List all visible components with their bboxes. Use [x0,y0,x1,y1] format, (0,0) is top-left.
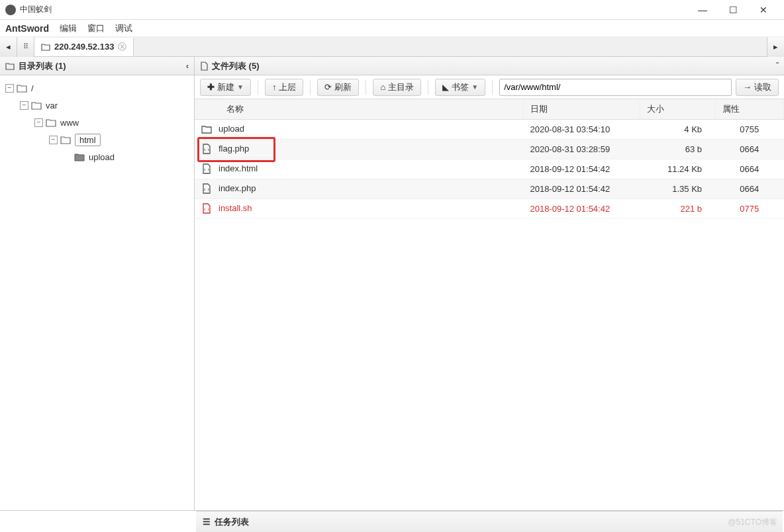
file-table: 名称 日期 大小 属性 upload2020-08-31 03:54:104 K… [195,99,784,510]
list-icon: ☰ [203,517,211,527]
separator [428,80,428,95]
new-button[interactable]: ✚ 新建 ▼ [200,79,251,96]
refresh-icon: ⟳ [324,82,332,92]
separator [366,80,366,95]
plus-icon: ✚ [207,82,215,92]
read-button[interactable]: → 读取 [736,79,779,96]
file-toolbar: ✚ 新建 ▼ ↑ 上层 ⟳ 刷新 ⌂ 主目录 ◣ 书签 [195,75,784,99]
folder-icon [46,118,56,127]
up-button[interactable]: ↑ 上层 [265,79,304,96]
chevron-down-icon: ▼ [237,83,244,91]
tree-label: html [79,135,96,145]
main: 目录列表 (1) ‹ − / − var − www − html [0,57,784,511]
tab-prev-button[interactable]: ◂ [0,37,17,57]
tree-node-upload[interactable]: upload [3,148,191,165]
watermark: @51CTO博客 [728,517,777,528]
col-attr[interactable]: 属性 [715,99,783,119]
code-icon [201,163,212,174]
table-row[interactable]: flag.php2020-08-31 03:28:5963 b0664 [195,139,784,159]
dir-list-header: 目录列表 (1) ‹ [0,57,194,75]
tree-label: / [31,83,34,93]
script-icon [201,203,212,214]
tree-toggle-icon[interactable]: − [5,84,14,93]
col-date[interactable]: 日期 [523,99,640,119]
tree-label: var [46,101,58,111]
folder-icon [60,136,71,144]
tree-label: www [60,118,79,128]
app-icon [5,5,16,15]
tree-node-root[interactable]: − / [3,79,191,97]
refresh-button[interactable]: ⟳ 刷新 [317,79,359,96]
folder-icon [74,153,85,161]
menu-window[interactable]: 窗口 [87,22,105,34]
table-row[interactable]: install.sh2018-09-12 01:54:42221 b0775 [195,199,784,218]
path-input[interactable] [499,79,732,96]
tree-node-www[interactable]: − www [3,114,191,131]
folder-icon [41,43,50,51]
col-name[interactable]: 名称 [195,99,523,119]
tab-close-icon[interactable]: ⓧ [118,41,126,53]
window-title: 中国蚁剑 [20,4,687,15]
col-size[interactable]: 大小 [640,99,715,119]
folder-icon [31,101,42,110]
folder-icon [201,125,212,134]
tab-label: 220.249.52.133 [54,42,114,52]
taskbar[interactable]: ☰ 任务列表 [196,511,783,532]
tab-next-button[interactable]: ▸ [767,37,784,57]
chevron-down-icon: ▼ [471,83,478,91]
tree-toggle-icon[interactable]: − [20,101,28,110]
arrow-right-icon: → [743,82,752,92]
home-button[interactable]: ⌂ 主目录 [373,79,421,96]
separator [258,80,258,95]
bookmark-icon: ◣ [442,82,449,92]
menubar: AntSword 编辑 窗口 调试 [0,20,784,37]
right-panel: 文件列表 (5) ˆ ✚ 新建 ▼ ↑ 上层 ⟳ 刷新 ⌂ 主目录 [195,57,784,510]
window-controls: — ☐ ✕ [687,5,779,15]
close-button[interactable]: ✕ [748,5,779,15]
left-panel: 目录列表 (1) ‹ − / − var − www − html [0,57,195,510]
arrow-up-icon: ↑ [272,82,277,92]
collapse-right-icon[interactable]: ˆ [776,61,779,71]
code-icon [201,144,212,154]
titlebar: 中国蚁剑 — ☐ ✕ [0,0,784,20]
table-row[interactable]: upload2020-08-31 03:54:104 Kb0755 [195,119,784,139]
separator [310,80,311,95]
minimize-button[interactable]: — [687,5,718,15]
file-list-title: 文件列表 (5) [212,60,260,72]
folder-icon [5,62,15,70]
home-icon: ⌂ [380,82,385,92]
tree-node-html[interactable]: − html [3,131,191,148]
tree-toggle-icon[interactable]: − [49,136,58,144]
tab-active[interactable]: 220.249.52.133 ⓧ [34,38,134,56]
separator [492,80,493,95]
menu-debug[interactable]: 调试 [115,22,132,34]
brand-menu[interactable]: AntSword [5,23,49,34]
tree-label: upload [89,152,115,162]
collapse-left-icon[interactable]: ‹ [186,61,189,71]
dir-list-title: 目录列表 (1) [19,60,66,72]
folder-icon [17,84,27,93]
maximize-button[interactable]: ☐ [718,5,748,15]
bookmark-button[interactable]: ◣ 书签 ▼ [435,79,485,96]
table-row[interactable]: index.php2018-09-12 01:54:421.35 Kb0664 [195,179,784,199]
tabbar: ◂ ⠿ 220.249.52.133 ⓧ ▸ [0,37,784,57]
tree-toggle-icon[interactable]: − [34,118,43,127]
menu-edit[interactable]: 编辑 [60,22,77,34]
file-list-header: 文件列表 (5) ˆ [195,57,784,75]
table-row[interactable]: index.html2018-09-12 01:54:4211.24 Kb066… [195,159,784,179]
home-grid-button[interactable]: ⠿ [17,37,34,57]
tree-node-var[interactable]: − var [3,97,191,114]
code-icon [201,183,212,194]
file-icon [200,62,208,71]
dir-tree: − / − var − www − html upload [0,75,194,169]
task-label: 任务列表 [215,516,249,528]
